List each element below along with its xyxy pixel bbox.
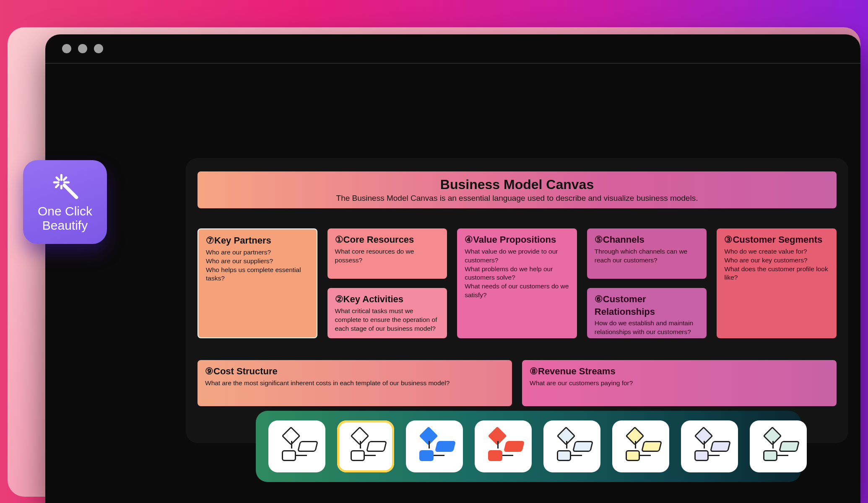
card-title: ⑥Customer Relationships xyxy=(595,293,699,318)
flowchart-thumb-icon xyxy=(620,428,662,464)
svg-line-4 xyxy=(57,177,59,180)
card-body: What are our customers paying for? xyxy=(530,379,829,388)
card-title: ⑨Cost Structure xyxy=(205,365,504,378)
card-body: Through which channels can we reach our … xyxy=(595,247,699,265)
theme-option-red[interactable] xyxy=(475,420,532,472)
bmc-bottom-row: ⑨Cost Structure What are the most signif… xyxy=(198,360,837,406)
canvas-banner: Business Model Canvas The Business Model… xyxy=(198,171,837,208)
card-customer-relationships[interactable]: ⑥Customer Relationships How do we establ… xyxy=(587,288,707,338)
window-titlebar xyxy=(45,34,860,64)
card-channels[interactable]: ⑤Channels Through which channels can we … xyxy=(587,228,707,279)
card-cost-structure[interactable]: ⑨Cost Structure What are the most signif… xyxy=(198,360,512,406)
flowchart-thumb-icon xyxy=(757,428,799,464)
card-revenue-streams[interactable]: ⑧Revenue Streams What are our customers … xyxy=(522,360,837,406)
canvas-title: Business Model Canvas xyxy=(440,177,594,192)
svg-line-6 xyxy=(64,177,66,180)
card-body: What critical tasks must we complete to … xyxy=(335,307,440,333)
card-title: ⑦Key Partners xyxy=(206,234,309,247)
flowchart-thumb-icon xyxy=(482,428,524,464)
card-body: What are the most significant inherent c… xyxy=(205,379,504,388)
beautify-label: One ClickBeautify xyxy=(38,204,92,233)
card-title: ①Core Resources xyxy=(335,233,440,246)
card-title: ④Value Propositions xyxy=(465,233,569,246)
svg-line-8 xyxy=(65,185,77,197)
card-body: Who are our partners?Who are our supplie… xyxy=(206,248,309,283)
card-title: ③Customer Segments xyxy=(724,233,829,246)
card-body: Who do we create value for?Who are our k… xyxy=(724,247,829,283)
close-icon[interactable] xyxy=(62,44,71,53)
theme-option-ice[interactable] xyxy=(543,420,600,472)
bmc-grid: ⑦Key Partners Who are our partners?Who a… xyxy=(198,228,837,338)
svg-line-7 xyxy=(56,184,58,187)
maximize-icon[interactable] xyxy=(94,44,103,53)
canvas-area[interactable]: Business Model Canvas The Business Model… xyxy=(186,158,848,443)
theme-option-outline-1[interactable] xyxy=(268,420,325,472)
flowchart-thumb-icon xyxy=(551,428,593,464)
card-key-partners[interactable]: ⑦Key Partners Who are our partners?Who a… xyxy=(198,228,317,338)
flowchart-thumb-icon xyxy=(689,428,730,464)
card-body: What value do we provide to our customer… xyxy=(465,247,569,300)
canvas-subtitle: The Business Model Canvas is an essentia… xyxy=(336,194,698,203)
card-key-activities[interactable]: ②Key Activities What critical tasks must… xyxy=(327,288,447,338)
flowchart-thumb-icon xyxy=(276,428,318,464)
theme-option-blue[interactable] xyxy=(406,420,463,472)
theme-option-outline-2[interactable] xyxy=(337,420,394,472)
theme-option-yellow[interactable] xyxy=(612,420,669,472)
sparkle-wand-icon xyxy=(50,171,80,202)
card-title: ②Key Activities xyxy=(335,293,440,306)
card-title: ⑤Channels xyxy=(595,233,699,246)
flowchart-thumb-icon xyxy=(345,428,387,464)
one-click-beautify-button[interactable]: One ClickBeautify xyxy=(23,160,107,244)
card-customer-segments[interactable]: ③Customer Segments Who do we create valu… xyxy=(717,228,837,338)
theme-option-mint[interactable] xyxy=(750,420,807,472)
card-body: What core resources do we possess? xyxy=(335,247,440,265)
theme-option-lavender[interactable] xyxy=(681,420,738,472)
flowchart-thumb-icon xyxy=(413,428,455,464)
card-body: How do we establish and maintain relatio… xyxy=(595,319,699,337)
card-core-resources[interactable]: ①Core Resources What core resources do w… xyxy=(327,228,447,279)
card-value-propositions[interactable]: ④Value Propositions What value do we pro… xyxy=(457,228,577,338)
window-traffic-lights xyxy=(62,44,103,53)
card-title: ⑧Revenue Streams xyxy=(530,365,829,378)
theme-picker-bar xyxy=(256,411,801,482)
minimize-icon[interactable] xyxy=(78,44,87,53)
